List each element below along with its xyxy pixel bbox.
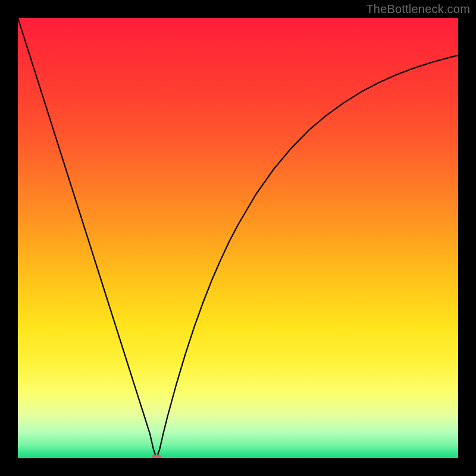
- minimum-marker: [152, 455, 161, 458]
- chart-stage: TheBottleneck.com: [0, 0, 476, 476]
- watermark-text: TheBottleneck.com: [366, 2, 470, 16]
- bottleneck-curve: [18, 18, 458, 458]
- plot-area: [18, 18, 458, 458]
